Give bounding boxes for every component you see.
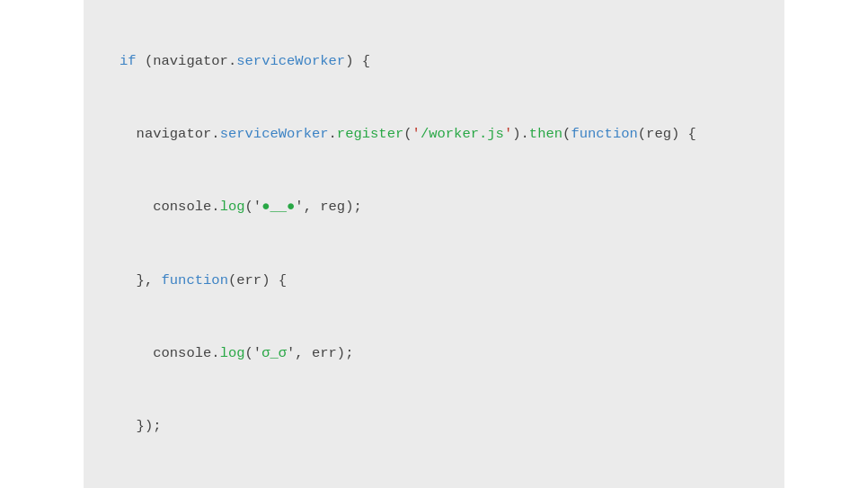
line2-args: ('/worker.js').then(function(reg) {: [403, 126, 696, 142]
code-line-5: console.log('σ_σ', err);: [120, 342, 748, 366]
line2-register: register: [337, 126, 403, 142]
line2-indent: navigator.: [120, 126, 220, 142]
line2-sw: serviceWorker: [220, 126, 329, 142]
line4-indent: },: [120, 272, 162, 288]
line1-rest: (navigator.serviceWorker) {: [137, 53, 370, 69]
line5-indent: console.log('σ_σ', err);: [120, 345, 353, 361]
line3-indent: console.log('●__●', reg);: [120, 199, 362, 215]
keyword-if: if: [120, 53, 137, 69]
line2-dot: .: [329, 126, 337, 142]
code-line-4: }, function(err) {: [120, 269, 748, 293]
line6-content: });: [120, 418, 162, 434]
code-line-1: if (navigator.serviceWorker) {: [120, 49, 748, 74]
code-line-6: });: [120, 414, 748, 439]
code-block: // Install Service Worker if (navigator.…: [120, 0, 748, 488]
code-line-3: console.log('●__●', reg);: [120, 195, 748, 219]
keyword-function: function: [162, 272, 228, 288]
line4-rest: (err) {: [228, 272, 287, 288]
code-line-2: navigator.serviceWorker.register('/worke…: [120, 122, 748, 146]
code-container: // Install Service Worker if (navigator.…: [84, 0, 784, 488]
